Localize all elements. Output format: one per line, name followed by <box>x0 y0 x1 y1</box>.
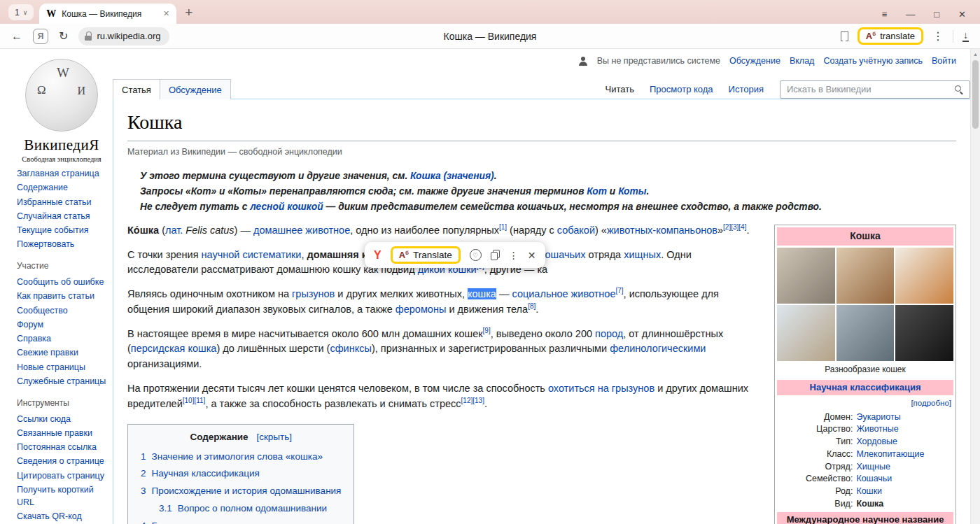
sidebar-item[interactable]: Случайная статья <box>17 211 109 223</box>
sidebar-item[interactable]: Избранные статьи <box>17 197 109 209</box>
toolbar-more-icon[interactable]: ⋮ <box>932 31 944 42</box>
cat-photo-white-red[interactable] <box>895 248 953 304</box>
sidebar-item[interactable]: Заглавная страница <box>17 168 109 180</box>
toc-item[interactable]: 3Происхождение и история одомашнивания <box>141 484 341 498</box>
sidebar-item[interactable]: Сведения о странице <box>17 455 109 468</box>
sidebar-item[interactable]: Справка <box>17 333 109 346</box>
taxonomy-value[interactable]: Эукариоты <box>856 411 953 424</box>
download-icon[interactable]: ↓ <box>962 30 969 43</box>
bookmark-icon[interactable] <box>841 31 848 41</box>
toc-hide-link[interactable]: [скрыть] <box>256 432 292 442</box>
sidebar-item[interactable]: Содержание <box>17 182 109 194</box>
view-tab[interactable]: История <box>721 84 771 94</box>
scrollbar-thumb[interactable] <box>972 60 979 129</box>
taxonomy-value[interactable]: Хищные <box>856 461 953 474</box>
wiki-link[interactable]: феромоны <box>396 304 447 315</box>
browser-menu-icon[interactable]: ≡ <box>882 10 888 19</box>
wiki-link[interactable]: пород <box>595 328 623 339</box>
wiki-link[interactable]: лат. <box>165 225 183 236</box>
sidebar-item[interactable]: Связанные правки <box>17 427 109 440</box>
personal-link[interactable]: Вклад <box>790 56 815 66</box>
wiki-link[interactable]: хищных <box>624 249 661 260</box>
wiki-link[interactable]: собакой <box>557 225 595 236</box>
search-icon[interactable] <box>955 85 963 94</box>
taxonomy-value[interactable]: Млекопитающие <box>856 448 953 461</box>
sidebar-item[interactable]: Текущие события <box>17 225 109 237</box>
taxonomy-value[interactable]: Кошачьи <box>856 473 953 486</box>
maximize-icon[interactable]: □ <box>934 10 939 19</box>
wiki-link[interactable]: социальное животное <box>512 288 615 299</box>
reload-icon[interactable]: ↻ <box>59 31 68 42</box>
wiki-link[interactable]: научной систематики <box>202 249 302 260</box>
cat-photo-siamese[interactable] <box>777 305 835 361</box>
wiki-link[interactable]: охотиться на грызунов <box>548 383 654 394</box>
view-tab[interactable]: Просмотр кода <box>642 84 721 94</box>
taxonomy-value[interactable]: Кошки <box>856 486 953 498</box>
wiki-link[interactable]: [7] <box>615 287 623 295</box>
sci-classification-header[interactable]: Научная классификация <box>777 380 953 395</box>
sidebar-item[interactable]: Сообщество <box>17 305 109 318</box>
taxonomy-value[interactable]: Животные <box>856 423 953 436</box>
view-tab[interactable]: Читать <box>598 84 642 94</box>
popup-close-icon[interactable]: ✕ <box>528 250 536 260</box>
sidebar-item[interactable]: Ссылки сюда <box>17 413 109 426</box>
popup-translate-button[interactable]: Aб Translate <box>391 246 461 264</box>
sidebar-item[interactable]: Цитировать страницу <box>17 470 109 483</box>
sidebar-item[interactable]: Служебные страницы <box>17 376 109 388</box>
wikipedia-logo[interactable]: Ω W И ВикипедиЯ Свободная энциклопедия <box>15 59 108 163</box>
toc-item[interactable]: 3.1Вопрос о полном одомашнивании <box>159 502 341 516</box>
scroll-up-icon[interactable]: ▲ <box>971 52 980 57</box>
wiki-link[interactable]: [12][13] <box>461 397 484 404</box>
copy-icon[interactable] <box>491 250 500 260</box>
sidebar-item[interactable]: Пожертвовать <box>17 239 109 251</box>
page-tab[interactable]: Статья <box>113 79 160 99</box>
wiki-link[interactable]: лесной кошкой <box>250 201 323 212</box>
browser-tab[interactable]: W Кошка — Википедия ✕ <box>39 3 176 24</box>
page-tab[interactable]: Обсуждение <box>160 79 231 99</box>
cat-photo-tabby-walking[interactable] <box>836 305 895 361</box>
wiki-link[interactable]: сфинксы <box>330 343 371 354</box>
toc-item[interactable]: 4Биология <box>141 519 341 524</box>
sidebar-item[interactable]: Новые страницы <box>17 362 109 374</box>
cat-photo-brown-sitting[interactable] <box>836 248 895 304</box>
toc-item[interactable]: 1Значение и этимология слова «кошка» <box>141 450 341 464</box>
wiki-link[interactable]: Кошка (значения) <box>410 171 494 181</box>
personal-link[interactable]: Создать учётную запись <box>823 56 923 66</box>
reactions-icon[interactable]: ♡ <box>470 249 482 261</box>
wiki-link[interactable]: [8] <box>528 302 536 310</box>
taxonomy-value[interactable]: Хордовые <box>856 436 953 448</box>
sidebar-item[interactable]: Свежие правки <box>17 347 109 360</box>
popup-more-icon[interactable]: ⋮ <box>509 250 519 260</box>
minimize-icon[interactable]: — <box>906 10 915 19</box>
wiki-link[interactable]: кошачьих <box>540 249 585 260</box>
tab-close-icon[interactable]: ✕ <box>163 9 169 18</box>
new-tab-button[interactable]: + <box>185 6 192 19</box>
wiki-link[interactable]: Кот <box>587 186 607 197</box>
personal-link[interactable]: Обсуждение <box>729 56 780 66</box>
sidebar-item[interactable]: Как править статьи <box>17 290 109 303</box>
sidebar-item[interactable]: Сообщить об ошибке <box>17 276 109 289</box>
wiki-link[interactable]: [1] <box>499 223 507 231</box>
toc-item[interactable]: 2Научная классификация <box>141 467 341 481</box>
wiki-search-box[interactable] <box>780 80 970 99</box>
sidebar-item[interactable]: Форум <box>17 319 109 332</box>
wiki-link[interactable]: Коты <box>618 186 646 197</box>
address-bar[interactable]: ru.wikipedia.org <box>78 27 169 45</box>
back-icon[interactable]: ← <box>11 31 22 42</box>
wiki-link[interactable]: фелинологическими <box>610 343 706 354</box>
toolbar-translate-button[interactable]: Aб translate <box>858 27 923 45</box>
wiki-link[interactable]: [10][11] <box>183 397 206 404</box>
window-close-icon[interactable]: ✕ <box>958 10 966 19</box>
wiki-link[interactable]: [2][3][4] <box>723 223 746 231</box>
sidebar-item[interactable]: Скачать QR-код <box>17 511 109 523</box>
wiki-link[interactable]: домашнее животное <box>253 225 350 236</box>
cat-photo-tabby-lying[interactable] <box>777 248 835 304</box>
details-link[interactable]: [подробно] <box>777 397 953 411</box>
tab-counter-button[interactable]: 1 ∨ <box>8 4 34 20</box>
wiki-link[interactable]: [9] <box>483 327 491 334</box>
personal-link[interactable]: Войти <box>932 56 956 66</box>
search-input[interactable] <box>787 84 951 94</box>
cat-photo-black[interactable] <box>895 305 953 361</box>
scrollbar[interactable]: ▲ <box>970 49 980 524</box>
sidebar-item[interactable]: Получить короткий URL <box>17 484 109 509</box>
